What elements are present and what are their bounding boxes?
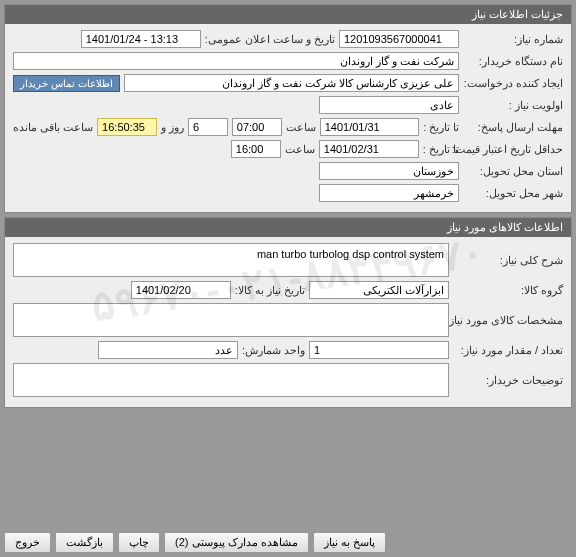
buyer-label: نام دستگاه خریدار: <box>463 55 563 68</box>
reply-deadline-label: مهلت ارسال پاسخ: <box>463 121 563 134</box>
validity-label: حداقل تاریخ اعتبار قیمت: <box>463 143 563 156</box>
panel2-header: اطلاعات کالاهای مورد نیاز <box>5 218 571 237</box>
remaining-label: ساعت باقی مانده <box>13 121 93 134</box>
city-label: شهر محل تحویل: <box>463 187 563 200</box>
need-no-label: شماره نیاز: <box>463 33 563 46</box>
priority-field: عادی <box>319 96 459 114</box>
to-date-label-2: تا تاریخ : <box>423 143 459 156</box>
buyer-notes-field <box>13 363 449 397</box>
creator-field: علی عزیزی کارشناس کالا شرکت نفت و گاز ار… <box>124 74 459 92</box>
reply-time-field: 07:00 <box>232 118 282 136</box>
priority-label: اولویت نیاز : <box>463 99 563 112</box>
creator-label: ایجاد کننده درخواست: <box>463 77 563 90</box>
attachments-button[interactable]: مشاهده مدارک پیوستی (2) <box>164 532 309 553</box>
group-label: گروه کالا: <box>453 284 563 297</box>
spec-label: مشخصات کالای مورد نیاز: <box>453 314 563 327</box>
unit-label: واحد شمارش: <box>242 344 305 357</box>
desc-label: شرح کلی نیاز: <box>453 254 563 267</box>
goods-info-panel: اطلاعات کالاهای مورد نیاز شرح کلی نیاز: … <box>4 217 572 408</box>
countdown-field: 16:50:35 <box>97 118 157 136</box>
footer-toolbar: خروج بازگشت چاپ مشاهده مدارک پیوستی (2) … <box>4 532 572 553</box>
unit-field: عدد <box>98 341 238 359</box>
qty-label: تعداد / مقدار مورد نیاز: <box>453 344 563 357</box>
city-field: خرمشهر <box>319 184 459 202</box>
panel1-header: جزئیات اطلاعات نیاز <box>5 5 571 24</box>
buyer-notes-label: توضیحات خریدار: <box>453 374 563 387</box>
province-field: خوزستان <box>319 162 459 180</box>
validity-time-field: 16:00 <box>231 140 281 158</box>
back-button[interactable]: بازگشت <box>55 532 114 553</box>
time-label-1: ساعت <box>286 121 316 134</box>
to-date-label-1: تا تاریخ : <box>423 121 459 134</box>
reply-button[interactable]: پاسخ به نیاز <box>313 532 386 553</box>
spec-field <box>13 303 449 337</box>
exit-button[interactable]: خروج <box>4 532 51 553</box>
print-button[interactable]: چاپ <box>118 532 160 553</box>
province-label: استان محل تحویل: <box>463 165 563 178</box>
desc-field: man turbo turbolog dsp control system <box>13 243 449 277</box>
buyer-field: شرکت نفت و گاز اروندان <box>13 52 459 70</box>
days-label: روز و <box>161 121 184 134</box>
need-no-field: 1201093567000041 <box>339 30 459 48</box>
validity-date-field: 1401/02/31 <box>319 140 419 158</box>
need-date-field: 1401/02/20 <box>131 281 231 299</box>
need-date-label: تاریخ نیاز به کالا: <box>235 284 305 297</box>
public-date-field: 1401/01/24 - 13:13 <box>81 30 201 48</box>
days-field: 6 <box>188 118 228 136</box>
need-details-panel: جزئیات اطلاعات نیاز شماره نیاز: 12010935… <box>4 4 572 213</box>
qty-field: 1 <box>309 341 449 359</box>
reply-date-field: 1401/01/31 <box>320 118 420 136</box>
buyer-contact-button[interactable]: اطلاعات تماس خریدار <box>13 75 120 92</box>
time-label-2: ساعت <box>285 143 315 156</box>
public-date-label: تاریخ و ساعت اعلان عمومی: <box>205 33 335 46</box>
group-field: ابزارآلات الکتریکی <box>309 281 449 299</box>
